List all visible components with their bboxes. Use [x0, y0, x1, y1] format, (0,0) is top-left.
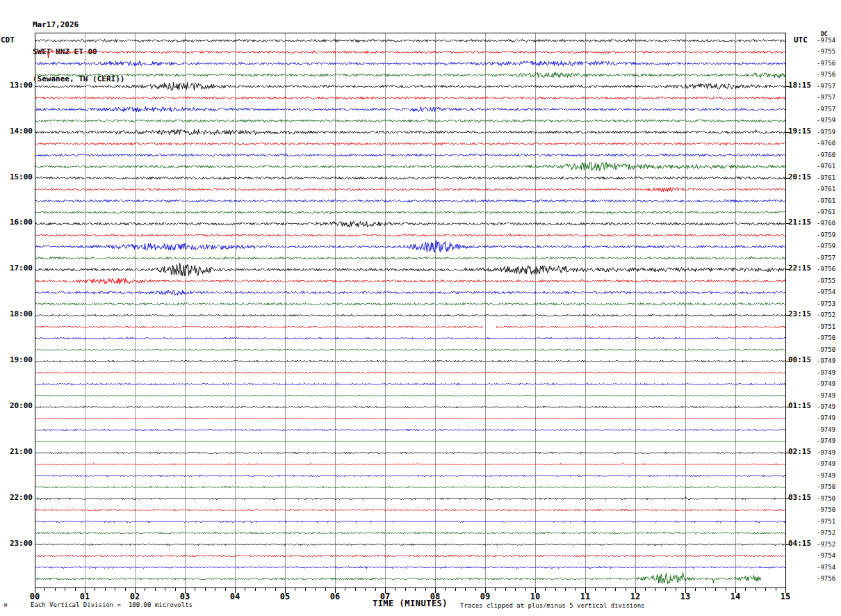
dc-offset-value: -9749 [817, 438, 835, 444]
x-minor-tick [545, 588, 546, 591]
x-minor-tick [165, 588, 165, 591]
x-minor-tick [505, 588, 506, 591]
right-timezone-label: UTC [794, 35, 808, 44]
right-axis-tick [786, 269, 790, 270]
dc-offset-value: -9757 [817, 106, 835, 113]
dc-offset-value: -9759 [817, 243, 835, 250]
right-time-label: 03:15 [788, 494, 811, 502]
helicorder-canvas [35, 33, 786, 588]
dc-offset-value: -9761 [817, 186, 835, 193]
scale-note: Each Vertical Division = 100.00 microvol… [31, 601, 193, 608]
x-minor-tick [255, 588, 256, 591]
left-time-label: 23:00 [0, 540, 33, 548]
x-minor-tick [415, 588, 416, 591]
x-minor-tick [626, 588, 626, 591]
dc-offset-value: -9760 [817, 140, 835, 147]
dc-offset-value: -9754 [817, 289, 835, 295]
dc-offset-value: -9756 [817, 266, 835, 273]
dc-offset-value: -9761 [817, 163, 835, 170]
clip-note: Traces clipped at plus/minus 5 vertical … [460, 602, 645, 609]
dc-offset-value: -9761 [817, 198, 835, 204]
dc-offset-value: -9750 [817, 507, 835, 513]
dc-offset-value: -9754 [817, 38, 835, 44]
right-axis-tick [786, 499, 790, 499]
dc-offset-value: -9750 [817, 496, 835, 502]
x-minor-tick [305, 588, 306, 591]
x-minor-tick [605, 588, 606, 591]
x-minor-tick [95, 588, 95, 591]
dc-offset-value: -9750 [817, 484, 835, 490]
x-minor-tick [44, 588, 45, 591]
x-minor-tick [515, 588, 516, 591]
right-time-label: 20:15 [788, 173, 811, 181]
right-time-label: 23:15 [788, 310, 811, 318]
dc-offset-value: -9759 [817, 232, 835, 238]
x-minor-tick [195, 588, 195, 591]
x-minor-tick [475, 588, 476, 591]
right-time-label: 01:15 [788, 402, 811, 410]
left-time-label: 14:00 [0, 127, 33, 136]
dc-offset-value: -9749 [817, 450, 835, 456]
x-minor-tick [175, 588, 176, 591]
dc-offset-value: -9755 [817, 278, 835, 284]
dc-offset-value: -9760 [817, 220, 835, 227]
dc-offset-value: -9756 [817, 60, 835, 67]
right-axis-tick [786, 544, 790, 545]
dc-offset-value: -9749 [817, 473, 835, 479]
dc-offset-value: -9750 [817, 335, 835, 341]
x-minor-tick [275, 588, 276, 591]
x-minor-tick [595, 588, 596, 591]
helicorder-page: Mar17,2026 SWET HNZ ET 00 (Sewanee, TN (… [0, 0, 841, 616]
x-minor-tick [425, 588, 426, 591]
dc-offset-value: -9756 [817, 72, 835, 78]
left-time-label: 15:00 [0, 173, 33, 181]
x-minor-tick [726, 588, 726, 591]
x-minor-tick [115, 588, 115, 591]
dc-offset-value: -9757 [817, 255, 835, 261]
left-time-label: 17:00 [0, 264, 33, 273]
x-minor-tick [295, 588, 295, 591]
dc-offset-value: -9749 [817, 415, 835, 421]
right-time-label: 22:15 [788, 264, 811, 273]
right-axis-tick [786, 132, 790, 133]
dc-offset-value: -9759 [817, 129, 835, 136]
right-axis-tick [786, 361, 790, 362]
x-minor-tick [745, 588, 746, 591]
x-minor-tick [55, 588, 56, 591]
dc-offset-value: -9759 [817, 117, 835, 124]
x-minor-tick [715, 588, 716, 591]
x-minor-tick [665, 588, 666, 591]
dc-offset-value: -9751 [817, 324, 835, 330]
x-minor-tick [125, 588, 126, 591]
x-minor-tick [345, 588, 345, 591]
dc-offset-value: -9752 [817, 542, 835, 548]
dc-offset-value: -9755 [817, 49, 835, 55]
x-minor-tick [655, 588, 656, 591]
x-minor-tick [65, 588, 65, 591]
x-minor-tick [245, 588, 245, 591]
title-date: Mar17,2026 [33, 20, 124, 29]
right-axis-tick [786, 178, 790, 179]
watermark-glyph: M [4, 603, 7, 608]
dc-offset-value: -9749 [817, 427, 835, 433]
x-minor-tick [525, 588, 526, 591]
dc-offset-value: -9757 [817, 83, 835, 90]
left-time-label: 16:00 [0, 218, 33, 227]
x-minor-tick [155, 588, 156, 591]
dc-offset-value: -9749 [817, 370, 835, 376]
right-axis-tick [786, 315, 790, 316]
dc-offset-value: -9750 [817, 347, 835, 353]
right-time-label: 21:15 [788, 218, 811, 227]
x-minor-tick [75, 588, 76, 591]
dc-offset-value: -9752 [817, 312, 835, 318]
x-minor-tick [495, 588, 496, 591]
dc-offset-value: -9751 [817, 519, 835, 525]
right-time-label: 04:15 [788, 540, 811, 548]
x-minor-tick [355, 588, 356, 591]
dc-offset-value: -9749 [817, 461, 835, 467]
left-time-label: 22:00 [0, 494, 33, 502]
left-time-label: 13:00 [0, 81, 33, 90]
dc-offset-value: -9754 [817, 565, 835, 571]
right-time-label: 00:15 [788, 356, 811, 364]
x-minor-tick [145, 588, 145, 591]
